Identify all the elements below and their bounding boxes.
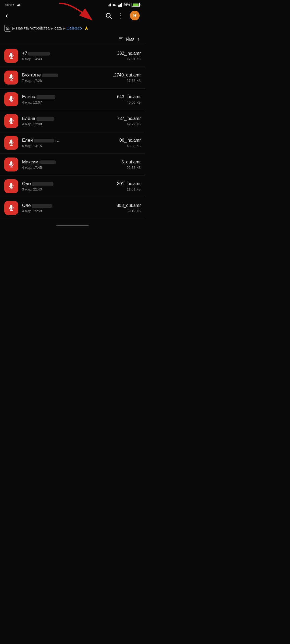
svg-rect-1 [18,5,19,6]
file-list: +7 332_inc.amr 6 мар. 14:43 17,01 КБ Бух… [0,45,145,219]
bottom-handle [0,222,145,228]
toolbar: ‹ ⋮ H [0,9,145,23]
file-icon [4,71,18,85]
list-item[interactable]: Елена 737_inc.amr 4 мар. 12:08 42,79 КБ [0,110,145,132]
file-date: 4 мар. 12:08 [22,122,42,126]
file-name: +7 [22,51,115,56]
file-info: Елен… 06_inc.amr 6 мар. 14:15 43,38 КБ [22,138,141,148]
file-ext: 643_inc.amr [117,94,141,99]
file-date: 3 мар. 22:43 [22,187,42,191]
more-options-button[interactable]: ⋮ [117,12,125,20]
breadcrumb-sep1: ▶ [12,26,15,30]
file-ext: 5_out.amr [121,160,141,164]
breadcrumb: ▶ Память устройства ▶ data ▶ CallReco ★ [0,23,145,34]
file-info: Оле 803_out.amr 4 мар. 15:59 69,19 КБ [22,203,141,213]
file-icon [4,49,18,63]
signal-icon2 [118,3,122,7]
file-date: 7 мар. 17:28 [22,79,42,83]
svg-rect-6 [7,29,8,30]
file-ext: 332_inc.amr [117,51,141,56]
file-size: 43,38 КБ [127,144,141,148]
file-name: Максим [22,159,119,165]
file-size: 11,01 КБ [127,187,141,191]
file-size: 27,38 КБ [127,79,141,83]
file-size: 40,60 КБ [127,100,141,104]
file-size: 42,79 КБ [127,122,141,126]
sort-icon[interactable] [118,36,124,43]
list-item[interactable]: Оле 803_out.amr 4 мар. 15:59 69,19 КБ [0,197,145,219]
file-name: Оло [22,181,115,186]
file-name: Елена [22,116,115,121]
file-icon [4,179,18,193]
list-item[interactable]: Бухгалте .2740_out.amr 7 мар. 17:28 27,3… [0,67,145,89]
search-button[interactable] [105,12,112,19]
file-date: 6 мар. 14:15 [22,144,42,148]
file-name: Елена [22,94,115,100]
status-bar: 00:37 4G 86% [0,0,145,9]
nav-handle [56,225,89,226]
back-button[interactable]: ‹ [5,12,8,19]
signal-icon [108,3,111,6]
list-item[interactable]: +7 332_inc.amr 6 мар. 14:43 17,01 КБ [0,45,145,67]
file-date: 4 мар. 17:45 [22,166,42,170]
file-icon [4,92,18,106]
breadcrumb-sep3: ▶ [63,26,66,30]
file-info: Бухгалте .2740_out.amr 7 мар. 17:28 27,3… [22,72,141,83]
file-ext: 06_inc.amr [119,138,141,143]
file-icon [4,136,18,150]
file-icon [4,158,18,171]
file-date: 6 мар. 14:43 [22,57,42,61]
svg-rect-2 [20,4,20,6]
file-size: 92,38 КБ [127,166,141,170]
file-size: 69,19 КБ [127,209,141,213]
avatar-button[interactable]: H [130,11,140,20]
file-info: Елена 737_inc.amr 4 мар. 12:08 42,79 КБ [22,116,141,126]
list-item[interactable]: Оло 301_inc.amr 3 мар. 22:43 11,01 КБ [0,175,145,197]
file-ext: 301_inc.amr [117,181,141,186]
file-name: Елен… [22,138,117,143]
list-item[interactable]: Максим 5_out.amr 4 мар. 17:45 92,38 КБ [0,154,145,175]
file-ext: 803_out.amr [117,203,141,208]
svg-rect-0 [17,5,18,6]
file-name: Бухгалте [22,72,111,78]
home-icon[interactable] [4,25,11,32]
file-ext: .2740_out.amr [113,73,141,78]
file-name: Оле [22,203,114,208]
file-date: 4 мар. 15:59 [22,209,42,213]
file-size: 17,01 КБ [127,57,141,61]
list-item[interactable]: Елен… 06_inc.amr 6 мар. 14:15 43,38 КБ [0,132,145,154]
svg-line-5 [110,17,111,19]
status-time: 00:37 [5,3,14,7]
breadcrumb-device[interactable]: Память устройства [16,26,50,30]
favorite-star-icon[interactable]: ★ [84,25,89,31]
file-info: Елена 643_inc.amr 4 мар. 12:07 40,60 КБ [22,94,141,104]
sort-label[interactable]: Имя [126,37,135,42]
network-icon: 4G [112,3,116,6]
file-icon [4,201,18,215]
breadcrumb-sep2: ▶ [51,26,53,30]
sort-bar: Имя ↑ [0,34,145,45]
breadcrumb-data[interactable]: data [55,26,62,30]
list-item[interactable]: Елена 643_inc.amr 4 мар. 12:07 40,60 КБ [0,89,145,110]
breadcrumb-callreco[interactable]: CallReco [67,26,82,30]
sort-direction-icon[interactable]: ↑ [137,36,140,42]
battery-icon [132,3,140,7]
file-info: Оло 301_inc.amr 3 мар. 22:43 11,01 КБ [22,181,141,191]
file-ext: 737_inc.amr [117,116,141,121]
file-date: 4 мар. 12:07 [22,100,42,104]
battery-percent: 86% [124,3,130,7]
file-icon [4,114,18,128]
file-info: +7 332_inc.amr 6 мар. 14:43 17,01 КБ [22,51,141,61]
file-info: Максим 5_out.amr 4 мар. 17:45 92,38 КБ [22,159,141,170]
